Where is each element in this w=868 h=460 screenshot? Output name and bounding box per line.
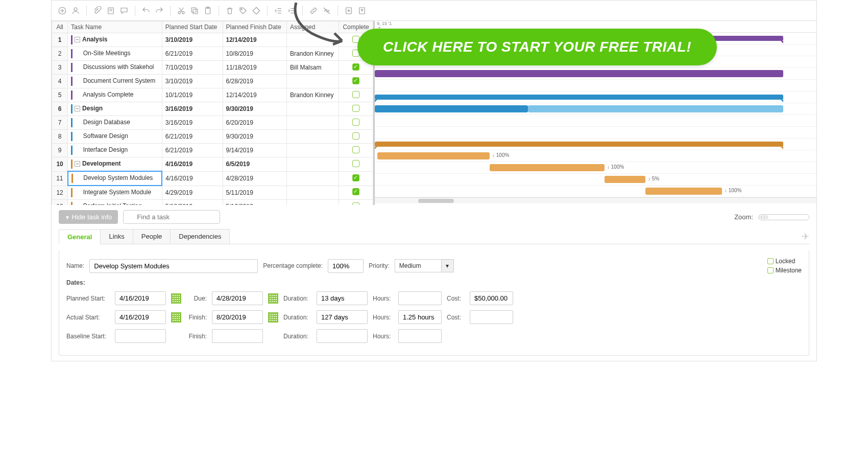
task-name-cell[interactable]: Interface Design — [68, 144, 162, 157]
gantt-bar[interactable] — [605, 176, 645, 183]
assigned-cell[interactable] — [287, 186, 339, 200]
tag-icon[interactable] — [237, 5, 249, 16]
tab-people[interactable]: People — [133, 229, 171, 244]
table-row[interactable]: 9 Interface Design6/21/20199/14/2019 — [52, 144, 373, 157]
assigned-cell[interactable] — [287, 144, 339, 157]
table-row[interactable]: 11 Develop System Modules4/16/20194/28/2… — [52, 171, 373, 186]
assigned-cell[interactable]: Bill Malsam — [287, 61, 339, 75]
task-name-cell[interactable]: Discussions with Stakehol — [68, 61, 162, 75]
name-input[interactable] — [89, 259, 258, 273]
tab-general[interactable]: General — [59, 229, 101, 244]
table-row[interactable]: 12 Integrate System Module4/29/20195/11/… — [52, 186, 373, 200]
checkbox-icon[interactable] — [352, 119, 359, 126]
col-name[interactable]: Task Name — [68, 21, 162, 33]
redo-icon[interactable] — [154, 5, 165, 16]
finish-cell[interactable]: 9/14/2019 — [223, 144, 287, 157]
copy-icon[interactable] — [189, 5, 200, 16]
start-cell[interactable]: 3/10/2019 — [162, 75, 223, 88]
checkbox-icon[interactable] — [352, 146, 359, 153]
start-cell[interactable]: 10/1/2019 — [162, 88, 223, 102]
start-cell[interactable]: 7/10/2019 — [162, 61, 223, 75]
collapse-toggle[interactable]: − — [75, 106, 80, 111]
cut-icon[interactable] — [176, 5, 187, 16]
due-input[interactable] — [212, 291, 263, 305]
cta-button[interactable]: CLICK HERE TO START YOUR FREE TRIAL! — [357, 29, 717, 65]
start-cell[interactable]: 6/21/2019 — [162, 144, 223, 157]
table-row[interactable]: 8 Software Design6/21/20199/30/2019 — [52, 130, 373, 144]
gantt-row[interactable] — [375, 103, 816, 115]
complete-cell[interactable] — [339, 144, 373, 157]
col-finish[interactable]: Planned Finish Date — [223, 21, 287, 33]
finish-cell[interactable]: 10/8/2019 — [223, 47, 287, 61]
task-name-cell[interactable]: Perform Initial Testing — [68, 200, 162, 205]
planned-start-input[interactable] — [115, 291, 166, 305]
start-cell[interactable]: 3/10/2019 — [162, 33, 223, 47]
assigned-cell[interactable] — [287, 130, 339, 144]
calendar-icon[interactable] — [268, 293, 278, 304]
complete-cell[interactable] — [339, 157, 373, 172]
baseline-duration-input[interactable] — [317, 329, 368, 343]
assigned-cell[interactable] — [287, 75, 339, 88]
finish-cell[interactable]: 6/28/2019 — [223, 75, 287, 88]
start-cell[interactable]: 6/21/2019 — [162, 47, 223, 61]
table-row[interactable]: 5 Analysis Complete10/1/201912/14/2019Br… — [52, 88, 373, 102]
task-name-cell[interactable]: −Analysis — [68, 33, 162, 47]
outdent-icon[interactable] — [273, 5, 284, 16]
gantt-row[interactable]: ↓ 100% — [375, 186, 816, 197]
assigned-cell[interactable] — [287, 116, 339, 130]
finish-cell[interactable]: 11/18/2019 — [223, 61, 287, 75]
checkbox-icon[interactable] — [352, 160, 359, 167]
task-name-cell[interactable]: Analysis Complete — [68, 88, 162, 102]
table-row[interactable]: 10−Development4/16/20196/5/2019 — [52, 157, 373, 172]
calendar-icon[interactable] — [171, 293, 181, 304]
locked-checkbox[interactable]: Locked — [767, 258, 802, 265]
checkbox-icon[interactable] — [352, 105, 359, 112]
gantt-row[interactable]: ↓ 100% — [375, 162, 816, 174]
task-name-cell[interactable]: −Development — [68, 157, 162, 172]
gantt-bar[interactable] — [377, 152, 490, 159]
baseline-hours-input[interactable] — [398, 329, 442, 343]
comment-icon[interactable] — [118, 5, 130, 16]
add-icon[interactable] — [57, 5, 68, 16]
assigned-cell[interactable]: Brandon Kinney — [287, 88, 339, 102]
finish-cell[interactable]: 4/28/2019 — [223, 171, 287, 186]
task-name-cell[interactable]: On-Site Meetings — [68, 47, 162, 61]
send-icon[interactable]: ✈ — [802, 231, 809, 242]
gantt-bar[interactable] — [375, 95, 783, 100]
paste-icon[interactable] — [202, 5, 213, 16]
gantt-bar[interactable] — [528, 105, 783, 112]
table-row[interactable]: 4 Document Current System3/10/20196/28/2… — [52, 75, 373, 88]
finish-cell[interactable]: 9/30/2019 — [223, 102, 287, 116]
checkbox-icon[interactable] — [352, 188, 359, 195]
task-name-cell[interactable]: Integrate System Module — [68, 186, 162, 200]
gantt-bar[interactable] — [375, 142, 783, 147]
gantt-row[interactable] — [375, 80, 816, 91]
gantt-row[interactable]: ↓ 100% — [375, 150, 816, 162]
duration2-input[interactable] — [317, 310, 368, 324]
task-name-cell[interactable]: Design Database — [68, 116, 162, 130]
checkbox-icon[interactable] — [352, 174, 359, 181]
checkbox-icon[interactable] — [352, 77, 359, 84]
assigned-cell[interactable] — [287, 171, 339, 186]
finish-input[interactable] — [212, 310, 263, 324]
finish-cell[interactable]: 5/16/2019 — [223, 200, 287, 205]
gantt-bar[interactable] — [490, 164, 605, 171]
finish-cell[interactable]: 12/14/2019 — [223, 33, 287, 47]
table-row[interactable]: 7 Design Database3/16/20196/20/2019 — [52, 116, 373, 130]
tab-links[interactable]: Links — [100, 229, 133, 244]
complete-cell[interactable] — [339, 116, 373, 130]
finish-cell[interactable]: 5/11/2019 — [223, 186, 287, 200]
gantt-bar[interactable] — [375, 70, 783, 77]
gantt-bar[interactable] — [645, 188, 722, 195]
calendar-icon[interactable] — [268, 312, 278, 323]
task-name-cell[interactable]: Develop System Modules — [68, 171, 162, 186]
baseline-finish-input[interactable] — [212, 329, 263, 343]
finish-cell[interactable]: 6/20/2019 — [223, 116, 287, 130]
milestone-checkbox[interactable]: Milestone — [767, 267, 802, 274]
baseline-start-input[interactable] — [115, 329, 166, 343]
cost1-input[interactable] — [470, 291, 513, 305]
gantt-row[interactable] — [375, 91, 816, 103]
start-cell[interactable]: 6/21/2019 — [162, 130, 223, 144]
duration1-input[interactable] — [317, 291, 368, 305]
col-all[interactable]: All — [52, 21, 68, 33]
